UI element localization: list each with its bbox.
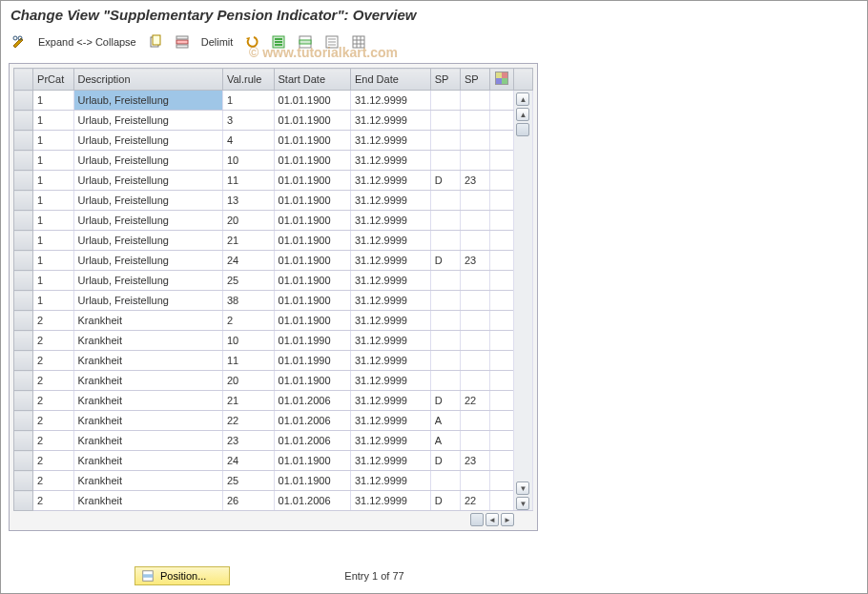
cell-sp2[interactable] — [460, 271, 489, 291]
cell-sp2[interactable] — [460, 91, 489, 111]
cell-prcat[interactable]: 2 — [33, 371, 73, 391]
vscroll-line-down-button[interactable]: ▼ — [516, 481, 529, 495]
cell-description[interactable]: Krankheit — [73, 371, 222, 391]
cell-valrule[interactable]: 25 — [222, 271, 274, 291]
delimit-button[interactable]: Delimit — [198, 32, 237, 51]
cell-end-date[interactable]: 31.12.9999 — [350, 151, 430, 171]
row-selector[interactable] — [14, 291, 33, 311]
cell-end-date[interactable]: 31.12.9999 — [350, 431, 430, 451]
cell-description[interactable]: Urlaub, Freistellung — [73, 131, 222, 151]
cell-prcat[interactable]: 1 — [33, 91, 73, 111]
cell-description[interactable]: Urlaub, Freistellung — [73, 291, 222, 311]
cell-sp1[interactable]: D — [430, 491, 460, 511]
cell-end-date[interactable]: 31.12.9999 — [350, 211, 430, 231]
cell-end-date[interactable]: 31.12.9999 — [350, 191, 430, 211]
select-all-button[interactable] — [268, 32, 289, 51]
position-button[interactable]: Position... — [134, 566, 230, 585]
row-selector[interactable] — [14, 251, 33, 271]
cell-valrule[interactable]: 21 — [222, 231, 274, 251]
cell-valrule[interactable]: 1 — [222, 91, 274, 111]
cell-end-date[interactable]: 31.12.9999 — [350, 171, 430, 191]
cell-end-date[interactable]: 31.12.9999 — [350, 91, 430, 111]
cell-start-date[interactable]: 01.01.1900 — [274, 311, 350, 331]
row-selector[interactable] — [14, 111, 33, 131]
row-selector[interactable] — [14, 351, 33, 371]
cell-sp1[interactable]: D — [430, 391, 460, 411]
cell-sp1[interactable] — [430, 351, 460, 371]
cell-sp2[interactable] — [460, 191, 489, 211]
horizontal-scrollbar[interactable]: ◄ ► — [13, 511, 533, 526]
cell-sp1[interactable] — [430, 371, 460, 391]
cell-start-date[interactable]: 01.01.2006 — [274, 431, 350, 451]
cell-start-date[interactable]: 01.01.1900 — [274, 451, 350, 471]
cell-end-date[interactable]: 31.12.9999 — [350, 131, 430, 151]
cell-start-date[interactable]: 01.01.2006 — [274, 411, 350, 431]
cell-description[interactable]: Krankheit — [73, 491, 222, 511]
cell-valrule[interactable]: 11 — [222, 351, 274, 371]
copy-button[interactable] — [145, 32, 166, 51]
cell-sp2[interactable] — [460, 111, 489, 131]
cell-valrule[interactable]: 24 — [222, 251, 274, 271]
cell-prcat[interactable]: 1 — [33, 111, 73, 131]
cell-sp2[interactable] — [460, 211, 489, 231]
cell-sp2[interactable] — [460, 291, 489, 311]
cell-end-date[interactable]: 31.12.9999 — [350, 471, 430, 491]
cell-sp1[interactable] — [430, 111, 460, 131]
cell-end-date[interactable]: 31.12.9999 — [350, 331, 430, 351]
cell-description[interactable]: Urlaub, Freistellung — [73, 151, 222, 171]
cell-valrule[interactable]: 13 — [222, 191, 274, 211]
cell-description[interactable]: Urlaub, Freistellung — [73, 231, 222, 251]
cell-start-date[interactable]: 01.01.1900 — [274, 151, 350, 171]
cell-end-date[interactable]: 31.12.9999 — [350, 291, 430, 311]
cell-sp1[interactable]: D — [430, 171, 460, 191]
cell-start-date[interactable]: 01.01.1900 — [274, 91, 350, 111]
row-selector[interactable] — [14, 91, 33, 111]
row-selector[interactable] — [14, 191, 33, 211]
cell-start-date[interactable]: 01.01.2006 — [274, 491, 350, 511]
cell-description[interactable]: Krankheit — [73, 451, 222, 471]
cell-valrule[interactable]: 11 — [222, 171, 274, 191]
cell-sp2[interactable] — [460, 411, 489, 431]
cell-description[interactable]: Krankheit — [73, 311, 222, 331]
row-selector[interactable] — [14, 311, 33, 331]
delete-row-button[interactable] — [172, 32, 193, 51]
hscroll-thumb[interactable] — [470, 513, 484, 526]
hscroll-right-button[interactable]: ► — [501, 513, 514, 526]
cell-description[interactable]: Urlaub, Freistellung — [73, 91, 222, 111]
cell-sp2[interactable] — [460, 151, 489, 171]
col-prcat[interactable]: PrCat — [33, 69, 73, 91]
cell-valrule[interactable]: 38 — [222, 291, 274, 311]
cell-valrule[interactable]: 26 — [222, 491, 274, 511]
cell-valrule[interactable]: 10 — [222, 151, 274, 171]
cell-sp1[interactable]: A — [430, 431, 460, 451]
vscroll-down-button[interactable]: ▼ — [516, 497, 529, 510]
cell-description[interactable]: Krankheit — [73, 331, 222, 351]
cell-prcat[interactable]: 2 — [33, 351, 73, 371]
cell-sp2[interactable] — [460, 431, 489, 451]
row-selector[interactable] — [14, 391, 33, 411]
cell-end-date[interactable]: 31.12.9999 — [350, 391, 430, 411]
cell-start-date[interactable]: 01.01.1900 — [274, 231, 350, 251]
vscroll-thumb[interactable] — [516, 123, 529, 136]
cell-valrule[interactable]: 3 — [222, 111, 274, 131]
row-selector[interactable] — [14, 211, 33, 231]
cell-sp1[interactable] — [430, 331, 460, 351]
cell-start-date[interactable]: 01.01.1900 — [274, 111, 350, 131]
cell-sp1[interactable] — [430, 291, 460, 311]
cell-prcat[interactable]: 1 — [33, 171, 73, 191]
row-selector[interactable] — [14, 371, 33, 391]
cell-prcat[interactable]: 1 — [33, 231, 73, 251]
cell-sp1[interactable]: A — [430, 411, 460, 431]
cell-sp2[interactable] — [460, 471, 489, 491]
cell-end-date[interactable]: 31.12.9999 — [350, 251, 430, 271]
cell-start-date[interactable]: 01.01.1900 — [274, 271, 350, 291]
cell-description[interactable]: Krankheit — [73, 471, 222, 491]
cell-end-date[interactable]: 31.12.9999 — [350, 491, 430, 511]
select-block-button[interactable] — [295, 32, 316, 51]
vscroll-line-up-button[interactable]: ▲ — [516, 108, 529, 121]
col-end-date[interactable]: End Date — [350, 69, 430, 91]
row-selector[interactable] — [14, 271, 33, 291]
cell-sp1[interactable] — [430, 211, 460, 231]
hscroll-left-button[interactable]: ◄ — [486, 513, 499, 526]
col-valrule[interactable]: Val.rule — [222, 69, 274, 91]
